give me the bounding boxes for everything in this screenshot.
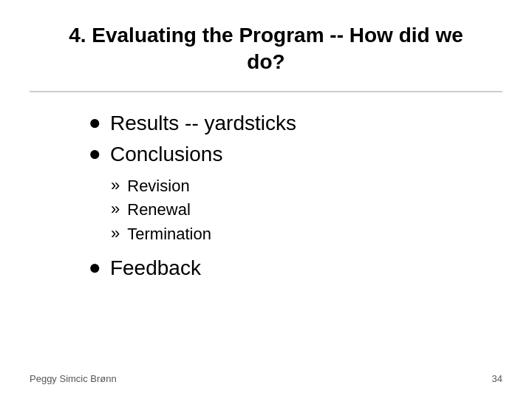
footer-author: Peggy Simcic Brønn: [30, 373, 117, 384]
bullet-text-results: Results -- yardsticks: [110, 110, 296, 137]
arrow-revision: »: [111, 176, 120, 195]
sub-bullet-text-termination: Termination: [127, 224, 211, 245]
title-area: 4. Evaluating the Program -- How did we …: [30, 22, 502, 76]
arrow-renewal: »: [111, 200, 120, 219]
sub-bullet-termination: » Termination: [111, 224, 502, 245]
bullet-conclusions: ● Conclusions: [89, 141, 502, 168]
bullet-dot-conclusions: ●: [89, 141, 101, 166]
bullet-results: ● Results -- yardsticks: [89, 110, 502, 137]
bullet-text-conclusions: Conclusions: [110, 141, 223, 168]
bullet-dot-feedback: ●: [89, 255, 101, 280]
sub-bullet-renewal: » Renewal: [111, 200, 502, 221]
bullet-feedback: ● Feedback: [89, 255, 502, 282]
footer-page-number: 34: [492, 373, 502, 384]
content-area: ● Results -- yardsticks ● Conclusions » …: [30, 110, 502, 366]
sub-bullet-text-renewal: Renewal: [127, 200, 191, 221]
title-line2: do?: [247, 50, 284, 73]
arrow-termination: »: [111, 224, 120, 243]
footer: Peggy Simcic Brønn 34: [30, 366, 502, 384]
sub-bullet-revision: » Revision: [111, 176, 502, 197]
slide-title: 4. Evaluating the Program -- How did we …: [30, 22, 502, 76]
sub-bullet-text-revision: Revision: [127, 176, 189, 197]
bullet-text-feedback: Feedback: [110, 255, 201, 282]
slide: 4. Evaluating the Program -- How did we …: [0, 0, 532, 399]
bullet-dot-results: ●: [89, 110, 101, 135]
title-divider: [30, 91, 502, 92]
sub-bullets-conclusions: » Revision » Renewal » Termination: [111, 176, 502, 248]
title-line1: 4. Evaluating the Program -- How did we: [69, 24, 463, 47]
